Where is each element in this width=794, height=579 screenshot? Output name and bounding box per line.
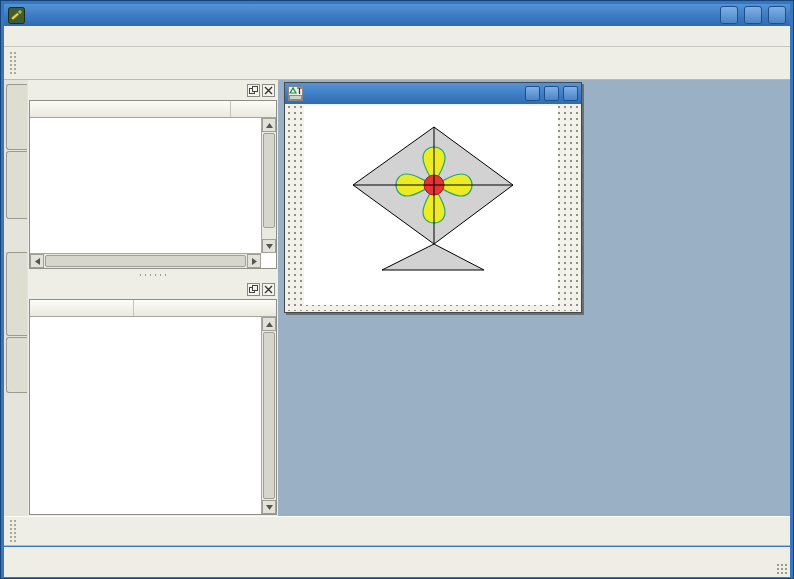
minimize-button[interactable] xyxy=(525,86,540,101)
mdi-area xyxy=(278,80,790,516)
widgets-vertical-scrollbar[interactable] xyxy=(261,118,276,253)
tab-attributes[interactable] xyxy=(6,252,27,336)
close-button[interactable] xyxy=(563,86,578,101)
edit-canvas[interactable] xyxy=(286,104,580,311)
scroll-thumb[interactable] xyxy=(263,332,275,499)
close-panel-icon[interactable] xyxy=(262,84,275,97)
widgets-panel xyxy=(28,80,278,270)
dock-column xyxy=(28,80,278,516)
cooler-drawing xyxy=(304,106,558,305)
column-attribute[interactable] xyxy=(30,300,134,316)
widget-edit-titlebar[interactable] xyxy=(285,83,581,104)
title-bar xyxy=(4,4,790,26)
scroll-thumb[interactable] xyxy=(263,133,275,228)
scroll-down-icon[interactable] xyxy=(262,500,276,514)
main-toolbar xyxy=(4,47,790,80)
minimize-button[interactable] xyxy=(720,6,738,24)
maximize-button[interactable] xyxy=(744,6,762,24)
menu-bar xyxy=(4,26,790,47)
scroll-up-icon[interactable] xyxy=(262,317,276,331)
column-name[interactable] xyxy=(30,101,231,117)
close-panel-icon[interactable] xyxy=(262,283,275,296)
attributes-panel-header xyxy=(28,279,278,299)
app-logo-icon xyxy=(8,7,25,24)
attributes-panel xyxy=(28,279,278,516)
attributes-table xyxy=(29,299,277,515)
scroll-right-icon[interactable] xyxy=(247,254,261,268)
widget-edit-window xyxy=(284,82,582,313)
content-area xyxy=(4,80,790,516)
resize-grip[interactable] xyxy=(776,563,788,575)
toolbar-drag-handle[interactable] xyxy=(9,51,17,75)
float-panel-icon[interactable] xyxy=(247,283,260,296)
dock-tabstrip xyxy=(4,80,28,516)
toolbar-drag-handle[interactable] xyxy=(9,519,17,543)
tab-widgets[interactable] xyxy=(6,151,27,219)
column-type[interactable] xyxy=(231,101,276,117)
value-widget-icon xyxy=(288,86,303,101)
status-bar xyxy=(4,547,790,577)
widgets-panel-header xyxy=(28,80,278,100)
widgets-tree-header xyxy=(30,101,276,118)
close-button[interactable] xyxy=(768,6,786,24)
tab-links[interactable] xyxy=(6,337,27,393)
scroll-left-icon[interactable] xyxy=(30,254,44,268)
widget-canvas[interactable] xyxy=(304,106,558,305)
attributes-table-header xyxy=(30,300,276,317)
column-value[interactable] xyxy=(134,300,276,316)
attributes-vertical-scrollbar[interactable] xyxy=(261,317,276,514)
alignment-toolbar xyxy=(4,516,790,546)
scroll-up-icon[interactable] xyxy=(262,118,276,132)
tab-projects[interactable] xyxy=(6,84,27,150)
maximize-button[interactable] xyxy=(544,86,559,101)
scroll-down-icon[interactable] xyxy=(262,239,276,253)
scroll-thumb[interactable] xyxy=(45,255,246,267)
widgets-tree xyxy=(29,100,277,269)
widgets-horizontal-scrollbar[interactable] xyxy=(30,253,261,268)
app-window xyxy=(0,0,794,579)
panel-splitter[interactable] xyxy=(28,270,278,279)
float-panel-icon[interactable] xyxy=(247,84,260,97)
